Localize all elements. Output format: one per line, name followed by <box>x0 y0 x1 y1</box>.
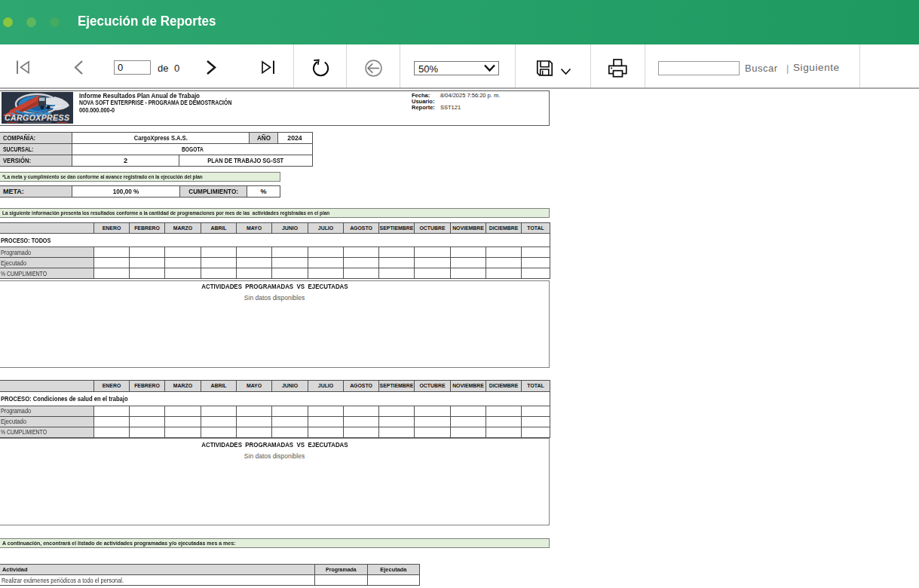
svg-text:CARGOXPRESS: CARGOXPRESS <box>5 113 69 122</box>
